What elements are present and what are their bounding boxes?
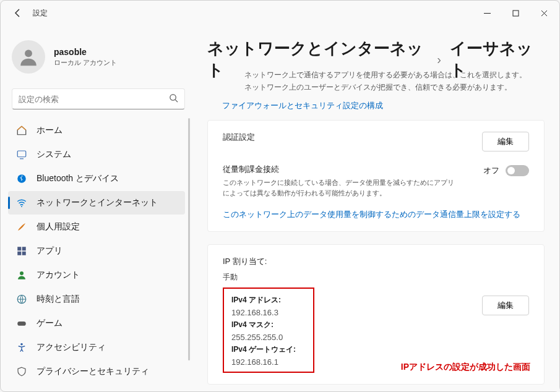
sidebar-item-time-language[interactable]: 時刻と言語 bbox=[8, 288, 185, 311]
chevron-right-icon: › bbox=[437, 53, 441, 67]
sidebar: pasoble ローカル アカウント ホーム bbox=[1, 25, 192, 391]
bluetooth-icon bbox=[15, 173, 28, 185]
ipv4-gateway-label: IPv4 ゲートウェイ: bbox=[231, 344, 306, 355]
ipv4-address-label: IPv4 アドレス: bbox=[231, 295, 306, 305]
search-icon bbox=[169, 93, 178, 104]
auth-label: 認証設定 bbox=[223, 132, 255, 143]
svg-rect-3 bbox=[17, 151, 26, 157]
svg-rect-9 bbox=[22, 252, 26, 255]
svg-point-13 bbox=[20, 343, 23, 346]
search-input[interactable] bbox=[19, 95, 169, 104]
sidebar-item-label: アクセシビリティ bbox=[37, 342, 106, 353]
data-limit-link[interactable]: このネットワーク上のデータ使用量を制御するためのデータ通信量上限を設定する bbox=[223, 209, 529, 220]
sidebar-item-label: 時刻と言語 bbox=[37, 294, 80, 305]
metered-toggle-state: オフ bbox=[483, 165, 499, 176]
ipv4-mask-label: IPv4 マスク: bbox=[231, 320, 306, 330]
search-input-wrapper[interactable] bbox=[12, 88, 185, 109]
ipv4-gateway-value: 192.168.16.1 bbox=[231, 357, 306, 367]
sidebar-item-label: アカウント bbox=[37, 270, 80, 281]
metered-label: 従量制課金接続 bbox=[223, 164, 458, 175]
sidebar-item-label: システム bbox=[37, 149, 71, 160]
ip-edit-button[interactable]: 編集 bbox=[482, 296, 529, 315]
sidebar-item-personalization[interactable]: 個人用設定 bbox=[8, 215, 185, 239]
svg-point-1 bbox=[25, 49, 32, 57]
ipv4-address-value: 192.168.16.3 bbox=[231, 308, 306, 317]
ipv4-mask-value: 255.255.255.0 bbox=[231, 333, 306, 342]
ip-assignment-mode: 手動 bbox=[223, 272, 529, 283]
sidebar-item-accessibility[interactable]: アクセシビリティ bbox=[8, 336, 185, 359]
sidebar-item-system[interactable]: システム bbox=[8, 143, 185, 166]
ip-assignment-label: IP 割り当て: bbox=[223, 256, 529, 267]
svg-point-5 bbox=[21, 206, 22, 207]
profile-name: pasoble bbox=[54, 47, 117, 57]
back-button[interactable] bbox=[12, 7, 24, 19]
svg-point-10 bbox=[20, 271, 24, 275]
network-profile-desc: ネットワーク上で通信するアプリを使用する必要がある場合は、これを選択します。ネッ… bbox=[207, 69, 529, 94]
minimize-button[interactable] bbox=[473, 2, 501, 24]
person-icon bbox=[15, 269, 28, 281]
ip-values-highlight: IPv4 アドレス: 192.168.16.3 IPv4 マスク: 255.25… bbox=[223, 288, 314, 373]
sidebar-item-accounts[interactable]: アカウント bbox=[8, 263, 185, 287]
sidebar-item-label: Bluetooth とデバイス bbox=[37, 173, 119, 184]
home-icon bbox=[15, 124, 28, 137]
sidebar-item-gaming[interactable]: ゲーム bbox=[8, 312, 185, 335]
scrollbar[interactable] bbox=[188, 118, 190, 360]
apps-icon bbox=[15, 245, 28, 257]
sidebar-item-apps[interactable]: アプリ bbox=[8, 239, 185, 263]
main: ネットワークとインターネット › イーサネット ネットワーク上で通信するアプリを… bbox=[192, 25, 559, 391]
firewall-link[interactable]: ファイアウォールとセキュリティ設定の構成 bbox=[207, 100, 383, 111]
svg-rect-0 bbox=[513, 11, 519, 16]
profile-account-type: ローカル アカウント bbox=[54, 58, 117, 67]
svg-rect-12 bbox=[17, 322, 26, 326]
sidebar-item-label: ホーム bbox=[37, 125, 62, 136]
shield-icon bbox=[15, 365, 28, 378]
svg-point-2 bbox=[170, 95, 176, 100]
profile[interactable]: pasoble ローカル アカウント bbox=[4, 28, 192, 87]
system-icon bbox=[15, 148, 28, 161]
metered-desc: このネットワークに接続している場合、データ使用量を減らすためにアプリによっては異… bbox=[223, 177, 458, 199]
titlebar: 設定 bbox=[1, 1, 559, 25]
metered-toggle[interactable] bbox=[506, 165, 529, 176]
window-title: 設定 bbox=[33, 8, 48, 19]
avatar bbox=[12, 40, 45, 74]
close-button[interactable] bbox=[530, 2, 558, 24]
sidebar-item-label: 個人用設定 bbox=[37, 221, 80, 232]
sidebar-item-privacy[interactable]: プライバシーとセキュリティ bbox=[8, 360, 185, 383]
accessibility-icon bbox=[15, 341, 28, 354]
auth-edit-button[interactable]: 編集 bbox=[482, 132, 529, 151]
maximize-button[interactable] bbox=[501, 2, 530, 24]
sidebar-item-bluetooth[interactable]: Bluetooth とデバイス bbox=[8, 167, 185, 190]
svg-rect-7 bbox=[22, 247, 26, 250]
annotation-text: IPアドレスの設定が成功した画面 bbox=[401, 362, 530, 373]
brush-icon bbox=[15, 221, 28, 233]
globe-icon bbox=[15, 293, 28, 305]
sidebar-item-label: アプリ bbox=[37, 245, 62, 257]
wifi-icon bbox=[15, 197, 28, 209]
settings-card: 認証設定 編集 従量制課金接続 このネットワークに接続している場合、データ使用量… bbox=[207, 120, 545, 232]
ip-assignment-card: IP 割り当て: 手動 IPv4 アドレス: 192.168.16.3 IPv4… bbox=[207, 244, 545, 385]
sidebar-item-home[interactable]: ホーム bbox=[8, 119, 185, 142]
svg-rect-8 bbox=[17, 252, 21, 255]
gamepad-icon bbox=[15, 317, 28, 330]
sidebar-item-label: ゲーム bbox=[37, 318, 62, 329]
sidebar-item-label: プライバシーとセキュリティ bbox=[37, 366, 149, 377]
sidebar-item-network[interactable]: ネットワークとインターネット bbox=[8, 191, 185, 215]
svg-rect-6 bbox=[17, 247, 21, 250]
sidebar-item-label: ネットワークとインターネット bbox=[37, 197, 158, 208]
